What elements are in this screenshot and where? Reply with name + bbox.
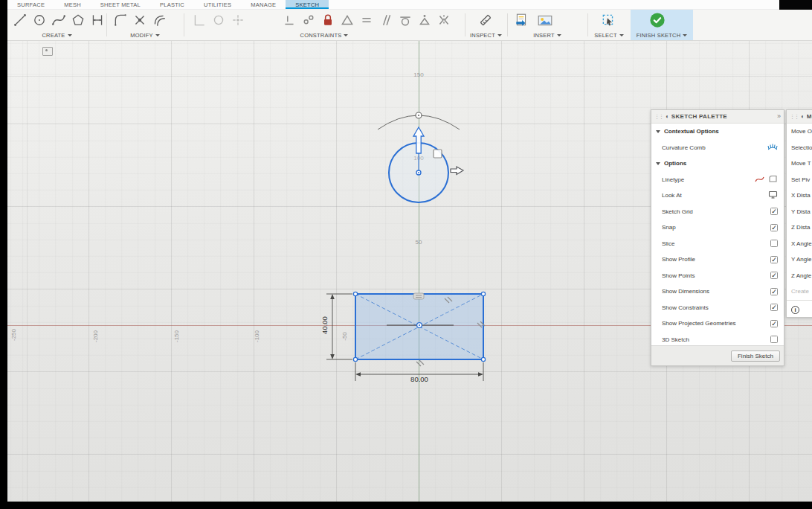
triangle-down-icon [656,162,660,165]
info-icon[interactable]: i [791,306,799,314]
free-move-handle[interactable] [434,150,442,158]
row-show-projected-geometries: Show Projected Geometries ✓ [651,316,784,332]
row-label: Curvature Comb [662,144,767,151]
circle-center-dot [418,172,419,173]
linetype-spline-icon[interactable] [755,175,764,185]
move-row-x-angle[interactable]: X Angle [787,236,812,252]
show-points-checkbox[interactable]: ✓ [770,272,778,279]
row-label: Show Dimensions [662,288,770,295]
triangle-down-icon [656,130,660,133]
row-show-constraints: Show Constraints ✓ [651,300,784,316]
sketch-point[interactable] [481,357,485,361]
move-row-create: Create [787,284,812,300]
move-row-set-pivot[interactable]: Set Piv [787,172,812,188]
row-show-dimensions: Show Dimensions ✓ [651,284,784,300]
height-dimension-value[interactable]: 40.00 [320,316,329,334]
row-label: 3D Sketch [662,336,770,343]
sketch-point[interactable] [353,357,357,361]
look-at-icon[interactable] [768,191,778,200]
show-dimensions-checkbox[interactable]: ✓ [770,288,778,295]
row-label: Linetype [662,176,755,183]
move-panel-footer: i [787,300,812,320]
row-label: Snap [662,224,770,231]
move-row-selection[interactable]: Selectio [787,140,812,156]
width-dimension-value[interactable]: 80.00 [410,375,428,383]
sketch-palette-header[interactable]: ⋮⋮ ◐ SKETCH PALETTE » [651,110,784,124]
sketch-point[interactable] [481,292,485,295]
row-show-points: Show Points ✓ [651,268,784,284]
sketch-grid-checkbox[interactable]: ✓ [770,208,778,215]
row-look-at: Look At [651,188,784,204]
move-row-y-angle[interactable]: Y Angle [787,252,812,268]
move-panel-header[interactable]: ⋮⋮ ◐ MOV [787,110,812,124]
snap-checkbox[interactable]: ✓ [770,224,778,231]
dimension-constraint-badge[interactable] [413,293,424,299]
section-label: Contextual Options [664,128,778,135]
row-label: Show Profile [662,256,770,263]
section-contextual-options[interactable]: Contextual Options [651,124,784,140]
row-label: Show Points [662,272,770,279]
move-panel-title: MOV [807,113,812,120]
grip-icon[interactable]: ⋮⋮ [790,114,799,119]
app-frame: SURFACE MESH SHEET METAL PLASTIC UTILITI… [7,0,812,502]
sketch-palette-footer: Finish Sketch [651,345,784,365]
curvature-comb-icon[interactable] [767,142,778,153]
rectangle-center-dot [419,324,420,326]
3d-sketch-checkbox[interactable] [770,336,778,343]
move-row-object[interactable]: Move O [787,124,812,140]
move-x-arrow[interactable] [451,167,463,175]
row-label: Look At [662,192,768,199]
move-row-z-angle[interactable]: Z Angle [787,268,812,284]
row-label: Show Constraints [662,304,770,311]
show-projected-geometries-checkbox[interactable]: ✓ [770,320,778,327]
move-row-y-distance[interactable]: Y Dista [787,204,812,220]
show-profile-checkbox[interactable]: ✓ [770,256,778,263]
palette-icon: ◐ [801,114,805,120]
palette-icon: ◐ [666,114,669,120]
row-show-profile: Show Profile ✓ [651,252,784,268]
row-linetype: Linetype [651,172,784,188]
move-row-type[interactable]: Move T [787,156,812,172]
collapse-panel-icon[interactable]: » [777,113,781,120]
rotate-handle-dot [418,115,419,116]
row-label: Show Projected Geometries [662,320,770,327]
grip-icon[interactable]: ⋮⋮ [654,114,663,119]
row-label: Slice [662,240,770,247]
linetype-shape-icon[interactable] [768,175,778,185]
section-label: Options [664,160,778,167]
slice-checkbox[interactable] [770,240,778,247]
row-curvature-comb: Curvature Comb [651,140,784,156]
move-copy-panel: ⋮⋮ ◐ MOV Move O Selectio Move T Set Piv … [786,109,812,318]
sketch-palette-panel: ⋮⋮ ◐ SKETCH PALETTE » Contextual Options… [651,109,784,366]
section-options[interactable]: Options [651,156,784,172]
sketch-point[interactable] [353,292,357,295]
row-snap: Snap ✓ [651,220,784,236]
row-slice: Slice [651,236,784,252]
move-row-z-distance[interactable]: Z Dista [787,220,812,236]
finish-sketch-palette-button[interactable]: Finish Sketch [731,350,780,362]
row-sketch-grid: Sketch Grid ✓ [651,204,784,220]
sketch-palette-title: SKETCH PALETTE [671,113,775,120]
row-label: Sketch Grid [662,208,770,215]
show-constraints-checkbox[interactable]: ✓ [770,304,778,311]
move-row-x-distance[interactable]: X Dista [787,188,812,204]
height-dimension[interactable] [326,294,352,359]
